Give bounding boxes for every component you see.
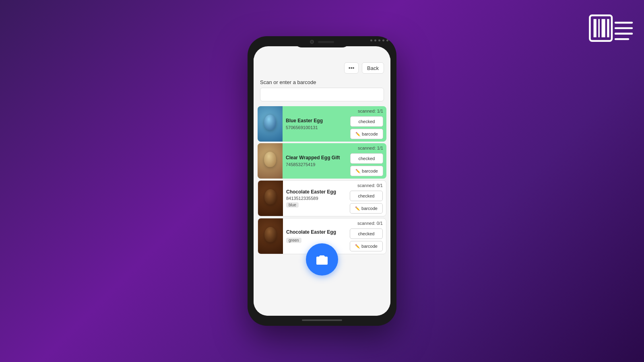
notch-camera xyxy=(310,40,314,44)
logo-area xyxy=(588,8,636,50)
item-2-name: Clear Wrapped Egg Gift xyxy=(286,155,344,161)
table-row: Clear Wrapped Egg Gift 745853275419 scan… xyxy=(258,143,386,179)
item-2-details: Clear Wrapped Egg Gift 745853275419 xyxy=(283,143,346,179)
table-row: Blue Easter Egg 5706569100131 scanned: 1… xyxy=(258,106,386,142)
status-dot-3 xyxy=(378,39,380,41)
phone-bottom-bar xyxy=(302,319,342,321)
svg-rect-2 xyxy=(598,19,600,37)
svg-rect-4 xyxy=(607,19,609,37)
more-options-button[interactable]: ••• xyxy=(344,62,359,74)
item-2-scanned: scanned: 1/1 xyxy=(358,146,383,150)
phone-screen: ••• Back Scan or enter a barcode Blue Ea… xyxy=(254,46,390,316)
camera-fab-button[interactable] xyxy=(306,243,338,276)
item-4-barcode-button[interactable]: ✏️ barcode xyxy=(350,241,383,251)
item-4-actions: scanned: 0/1 checked ✏️ barcode xyxy=(346,218,386,254)
item-2-image xyxy=(258,143,283,179)
notch-speaker xyxy=(318,41,334,43)
item-4-image xyxy=(258,218,283,254)
item-4-checked-button[interactable]: checked xyxy=(350,228,383,239)
item-3-barcode-button[interactable]: ✏️ barcode xyxy=(350,203,383,214)
item-3-name: Chocolate Easter Egg xyxy=(286,189,343,195)
svg-point-10 xyxy=(321,259,323,261)
barcode-edit-icon-3: ✏️ xyxy=(355,206,360,211)
barcode-edit-icon-2: ✏️ xyxy=(355,169,360,173)
item-3-tag: blue xyxy=(286,202,299,208)
status-dot-5 xyxy=(386,39,388,41)
status-dots xyxy=(370,39,388,41)
status-dot-1 xyxy=(370,39,372,41)
items-list: Blue Easter Egg 5706569100131 scanned: 1… xyxy=(254,106,390,316)
item-1-details: Blue Easter Egg 5706569100131 xyxy=(283,106,346,142)
item-3-checked-button[interactable]: checked xyxy=(350,191,383,201)
item-2-barcode-button[interactable]: ✏️ barcode xyxy=(350,166,383,176)
screen-content: ••• Back Scan or enter a barcode Blue Ea… xyxy=(254,58,390,316)
app-logo-icon xyxy=(588,8,636,48)
item-1-checked-button[interactable]: checked xyxy=(350,116,383,127)
item-3-barcode: 8413512335589 xyxy=(286,196,343,201)
item-1-barcode-button[interactable]: ✏️ barcode xyxy=(350,129,383,139)
item-3-actions: scanned: 0/1 checked ✏️ barcode xyxy=(346,181,386,216)
item-2-checked-button[interactable]: checked xyxy=(350,153,383,164)
item-4-name: Chocolate Easter Egg xyxy=(286,229,343,236)
item-1-actions: scanned: 1/1 checked ✏️ barcode xyxy=(346,106,386,142)
barcode-edit-icon: ✏️ xyxy=(355,132,360,136)
item-2-actions: scanned: 1/1 checked ✏️ barcode xyxy=(346,143,386,179)
phone-notch xyxy=(294,36,350,47)
item-2-barcode: 745853275419 xyxy=(286,162,344,167)
back-button[interactable]: Back xyxy=(362,62,384,74)
header-bar: ••• Back xyxy=(254,58,390,76)
phone-frame: ••• Back Scan or enter a barcode Blue Ea… xyxy=(248,36,396,326)
status-dot-4 xyxy=(382,39,384,41)
item-3-image xyxy=(258,181,283,216)
item-3-scanned: scanned: 0/1 xyxy=(357,183,383,188)
svg-rect-3 xyxy=(602,19,605,37)
svg-rect-1 xyxy=(594,19,597,37)
search-label: Scan or enter a barcode xyxy=(260,79,384,85)
search-area: Scan or enter a barcode xyxy=(254,76,390,106)
item-3-details: Chocolate Easter Egg 8413512335589 blue xyxy=(283,181,346,216)
item-4-tag: green xyxy=(286,238,301,243)
barcode-edit-icon-4: ✏️ xyxy=(355,244,360,249)
status-dot-2 xyxy=(374,39,376,41)
barcode-search-input[interactable] xyxy=(260,88,384,101)
item-1-image xyxy=(258,106,283,142)
item-1-scanned: scanned: 1/1 xyxy=(358,109,383,113)
item-1-name: Blue Easter Egg xyxy=(286,118,344,124)
camera-icon xyxy=(315,252,329,267)
table-row: Chocolate Easter Egg 8413512335589 blue … xyxy=(258,180,386,216)
item-1-barcode: 5706569100131 xyxy=(286,125,344,130)
item-4-scanned: scanned: 0/1 xyxy=(357,221,383,226)
